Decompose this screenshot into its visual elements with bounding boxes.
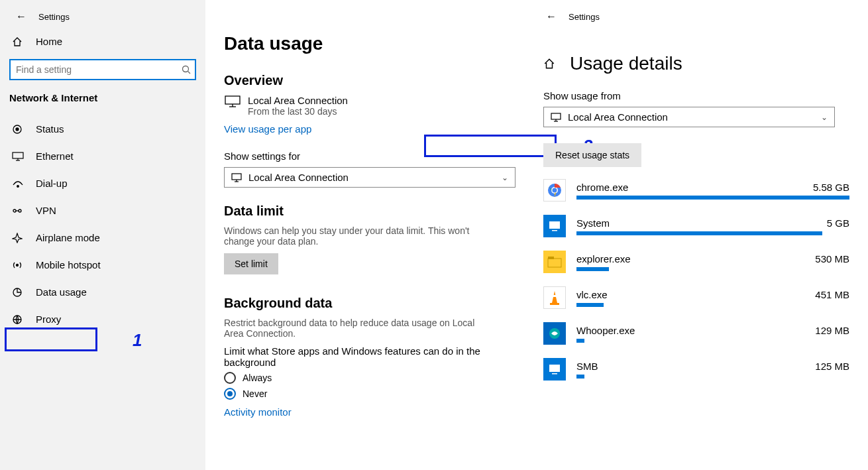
- sidebar: ← Settings Home Network & Internet Statu…: [0, 0, 205, 470]
- svg-rect-14: [225, 96, 240, 104]
- search-wrap: [9, 59, 196, 80]
- app-icon: [543, 251, 566, 273]
- overview-row: Local Area Connection From the last 30 d…: [224, 95, 512, 117]
- ethernet-icon: [12, 152, 27, 161]
- svg-rect-27: [552, 230, 557, 231]
- radio-never[interactable]: Never: [224, 388, 512, 400]
- p2-header-title: Settings: [569, 12, 600, 22]
- proxy-icon: [12, 314, 27, 325]
- app-col: SMB125 MB: [576, 361, 849, 379]
- svg-rect-31: [553, 295, 557, 297]
- sidebar-home[interactable]: Home: [0, 27, 205, 56]
- p2-back-button[interactable]: ←: [543, 11, 559, 23]
- monitor-icon-2: [551, 113, 561, 122]
- overview-text: Local Area Connection From the last 30 d…: [248, 95, 348, 117]
- dialup-icon: [12, 180, 27, 188]
- show-settings-selected: Local Area Connection: [248, 172, 349, 183]
- home-icon: [12, 36, 27, 47]
- sidebar-item-mobile-hotspot[interactable]: Mobile hotspot: [0, 251, 205, 278]
- reset-usage-button[interactable]: Reset usage stats: [543, 143, 641, 167]
- sidebar-item-dial-up[interactable]: Dial-up: [0, 170, 205, 197]
- sidebar-item-label: Status: [36, 123, 64, 135]
- app-col: explorer.exe530 MB: [576, 253, 849, 271]
- monitor-icon: [231, 173, 242, 182]
- show-settings-label: Show settings for: [224, 150, 512, 162]
- sidebar-item-ethernet[interactable]: Ethernet: [0, 143, 205, 170]
- back-button[interactable]: ←: [13, 11, 29, 23]
- svg-rect-28: [548, 259, 561, 267]
- background-heading: Background data: [224, 296, 512, 311]
- svg-rect-32: [550, 303, 559, 305]
- svg-point-8: [13, 209, 16, 212]
- activity-monitor-link[interactable]: Activity monitor: [224, 406, 292, 418]
- svg-rect-35: [552, 373, 557, 375]
- radio-always[interactable]: Always: [224, 372, 512, 384]
- app-bar: [576, 196, 849, 200]
- sidebar-item-label: Mobile hotspot: [36, 259, 101, 270]
- svg-point-9: [19, 209, 21, 212]
- app-icon: [543, 215, 566, 237]
- app-name: explorer.exe: [576, 253, 631, 264]
- app-col: vlc.exe451 MB: [576, 289, 849, 307]
- app-list: chrome.exe5.58 GBSystem5 GBexplorer.exe5…: [543, 179, 849, 381]
- app-name: SMB: [576, 361, 598, 372]
- app-row: SMB125 MB: [543, 358, 849, 381]
- app-row: vlc.exe451 MB: [543, 286, 849, 309]
- connection-sub: From the last 30 days: [248, 106, 348, 117]
- app-row: Whooper.exe129 MB: [543, 322, 849, 345]
- sidebar-item-vpn[interactable]: VPN: [0, 197, 205, 224]
- p2-home-icon: [543, 58, 562, 70]
- svg-point-25: [553, 188, 557, 193]
- set-limit-button[interactable]: Set limit: [224, 253, 278, 274]
- show-settings-section: Show settings for Local Area Connection …: [224, 150, 512, 188]
- chevron-down-icon: ⌄: [502, 173, 508, 182]
- svg-point-0: [183, 66, 189, 72]
- search-input[interactable]: [9, 59, 196, 80]
- sidebar-item-data-usage[interactable]: Data usage: [0, 278, 205, 306]
- app-bar: [576, 267, 609, 271]
- usage-details-title: Usage details: [570, 53, 682, 74]
- show-usage-label: Show usage from: [543, 90, 849, 101]
- app-name: vlc.exe: [576, 289, 608, 300]
- background-desc: Restrict background data to help reduce …: [224, 318, 489, 339]
- sidebar-item-airplane-mode[interactable]: Airplane mode: [0, 224, 205, 251]
- hotspot-icon: [12, 260, 27, 270]
- nav-list: StatusEthernetDial-upVPNAirplane modeMob…: [0, 115, 205, 333]
- sidebar-item-proxy[interactable]: Proxy: [0, 306, 205, 333]
- ethernet-icon: [224, 95, 248, 109]
- svg-line-1: [188, 72, 191, 74]
- app-row: explorer.exe530 MB: [543, 251, 849, 273]
- app-row: chrome.exe5.58 GB: [543, 179, 849, 202]
- app-bar: [576, 339, 584, 343]
- svg-rect-34: [549, 365, 560, 372]
- chevron-down-icon-2: ⌄: [821, 113, 828, 122]
- data-icon: [12, 287, 27, 298]
- show-usage-dropdown[interactable]: Local Area Connection ⌄: [543, 107, 835, 127]
- app-col: chrome.exe5.58 GB: [576, 182, 849, 200]
- svg-rect-17: [232, 174, 241, 180]
- radio-never-dot: [224, 388, 236, 400]
- radio-never-label: Never: [243, 388, 267, 399]
- app-icon: [543, 358, 566, 381]
- vpn-icon: [12, 206, 27, 215]
- svg-rect-26: [549, 221, 560, 229]
- app-value: 530 MB: [815, 253, 849, 264]
- sidebar-item-status[interactable]: Status: [0, 115, 205, 143]
- airplane-icon: [12, 233, 27, 243]
- app-bar: [576, 231, 822, 235]
- app-col: System5 GB: [576, 217, 849, 235]
- svg-rect-4: [13, 152, 23, 158]
- overview-heading: Overview: [224, 73, 512, 88]
- app-bar: [576, 303, 604, 307]
- show-settings-dropdown[interactable]: Local Area Connection ⌄: [224, 167, 515, 188]
- app-icon: [543, 322, 566, 345]
- sidebar-item-label: Dial-up: [36, 178, 68, 189]
- data-limit-heading: Data limit: [224, 204, 512, 219]
- page-title: Data usage: [224, 33, 512, 54]
- p2-header: ← Settings: [543, 7, 849, 27]
- app-col: Whooper.exe129 MB: [576, 325, 849, 343]
- sidebar-item-label: VPN: [36, 205, 56, 216]
- sidebar-item-label: Proxy: [36, 314, 61, 325]
- usage-details-pane: ← Settings Usage details 3 Show usage fr…: [530, 0, 868, 470]
- view-usage-per-app-link[interactable]: View usage per app: [224, 123, 311, 135]
